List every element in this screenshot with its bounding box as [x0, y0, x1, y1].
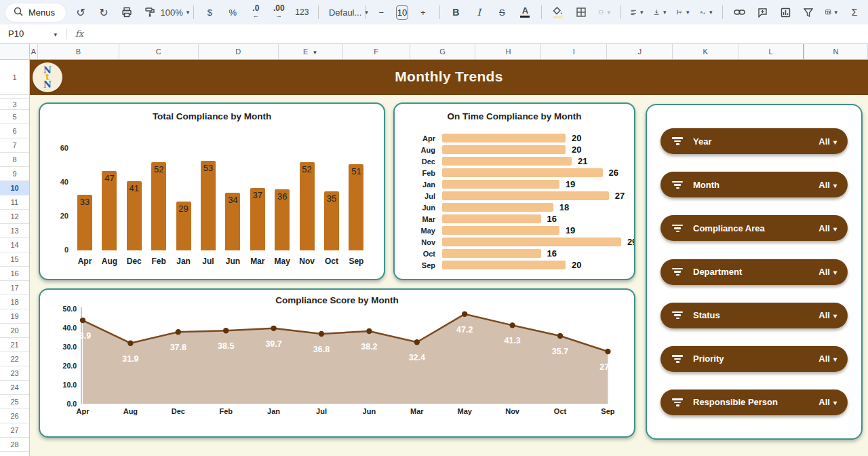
column-header-K[interactable]: K: [673, 44, 738, 59]
text-rotation-button[interactable]: A: [698, 3, 714, 21]
row-header-7[interactable]: 7: [0, 138, 29, 153]
column-filter-icon[interactable]: [312, 48, 317, 56]
column-header-A[interactable]: A: [30, 44, 38, 59]
column-header-F[interactable]: F: [343, 44, 410, 59]
x-axis-label: Oct: [554, 407, 567, 415]
sheet-canvas[interactable]: N t N Monthly Trends Total Compliance by…: [30, 60, 868, 456]
filter-pill-priority[interactable]: PriorityAll: [660, 346, 848, 372]
fill-color-button[interactable]: [550, 3, 566, 21]
zoom-select[interactable]: 100%: [165, 3, 185, 21]
font-size-input[interactable]: 10: [396, 5, 408, 20]
row-header-21[interactable]: 21: [0, 338, 29, 352]
decrease-font-size-button[interactable]: −: [373, 3, 389, 21]
category-label: Oct: [403, 250, 442, 258]
paint-format-icon[interactable]: [142, 3, 158, 21]
data-point-May: [462, 311, 467, 317]
more-formats-button[interactable]: 123: [294, 3, 310, 21]
insert-comment-button[interactable]: [754, 3, 770, 21]
increase-decimal-button[interactable]: .00→: [271, 3, 287, 21]
insert-chart-button[interactable]: [777, 3, 793, 21]
row-header-18[interactable]: 18: [0, 295, 29, 309]
name-box[interactable]: P10: [0, 28, 62, 39]
horizontal-align-button[interactable]: [629, 3, 645, 21]
chart-total-compliance[interactable]: Total Compliance by Month 020406033Apr47…: [39, 102, 385, 280]
toolbar-divider: [318, 5, 319, 19]
row-header-10[interactable]: 10: [0, 181, 29, 195]
vertical-align-button[interactable]: [652, 3, 668, 21]
percent-format-button[interactable]: %: [224, 3, 241, 21]
borders-button[interactable]: [573, 3, 589, 21]
column-header-D[interactable]: D: [199, 44, 279, 59]
filter-views-button[interactable]: [823, 3, 840, 21]
italic-button[interactable]: I: [471, 3, 487, 21]
column-header-B[interactable]: B: [38, 44, 119, 59]
row-header-13[interactable]: 13: [0, 224, 29, 238]
column-header-G[interactable]: G: [410, 44, 476, 59]
row-header-12[interactable]: 12: [0, 210, 29, 224]
increase-font-size-button[interactable]: +: [415, 3, 431, 21]
row-header-20[interactable]: 20: [0, 324, 29, 338]
bar-value-label: 26: [609, 168, 618, 178]
bar-Sep: [349, 164, 363, 251]
toolbar-divider: [365, 5, 366, 19]
print-icon[interactable]: [119, 3, 135, 21]
row-header-9[interactable]: 9: [0, 167, 29, 181]
column-header-J[interactable]: J: [607, 44, 673, 59]
row-header-19[interactable]: 19: [0, 309, 29, 324]
filter-pill-month[interactable]: MonthAll: [660, 172, 848, 197]
strikethrough-button[interactable]: S: [494, 3, 510, 21]
currency-format-button[interactable]: $: [201, 3, 218, 21]
bold-button[interactable]: B: [448, 3, 464, 21]
row-header-28[interactable]: 28: [0, 438, 29, 452]
hbar-row-Jul: Jul27: [403, 191, 634, 200]
column-header-L[interactable]: L: [738, 44, 804, 59]
decrease-decimal-button[interactable]: .0←: [248, 3, 264, 21]
select-all-corner[interactable]: [0, 43, 30, 60]
row-header-22[interactable]: 22: [0, 352, 29, 366]
row-header-8[interactable]: 8: [0, 153, 29, 167]
row-header-25[interactable]: 25: [0, 395, 29, 409]
redo-button[interactable]: ↻: [96, 3, 112, 21]
filter-pill-year[interactable]: YearAll: [660, 128, 848, 154]
column-header-E[interactable]: E: [279, 44, 343, 59]
row-header-15[interactable]: 15: [0, 252, 29, 267]
row-header-23[interactable]: 23: [0, 366, 29, 381]
row-header-27[interactable]: 27: [0, 423, 29, 438]
row-header-17[interactable]: 17: [0, 281, 29, 295]
menus-search[interactable]: Menus: [5, 3, 66, 22]
row-header-11[interactable]: 11: [0, 195, 29, 210]
filter-pill-compliance-area[interactable]: Compliance AreaAll: [660, 215, 848, 241]
filter-pill-status[interactable]: StatusAll: [660, 303, 848, 328]
x-axis-label: Sep: [344, 256, 368, 266]
column-header-H[interactable]: H: [475, 44, 541, 59]
bar-value-label: 35: [321, 193, 342, 204]
text-color-button[interactable]: A: [517, 3, 533, 21]
column-header-N[interactable]: N: [804, 44, 868, 59]
point-value-label: 41.3: [504, 336, 520, 345]
row-header-24[interactable]: 24: [0, 381, 29, 395]
column-header-C[interactable]: C: [119, 44, 199, 59]
undo-button[interactable]: ↺: [73, 3, 89, 21]
bar-value-label: 52: [297, 164, 317, 174]
row-header-14[interactable]: 14: [0, 238, 29, 252]
row-header-5[interactable]: 5: [0, 110, 29, 124]
text-wrap-button[interactable]: [675, 3, 691, 21]
row-header-1[interactable]: 1: [0, 60, 29, 95]
filter-pill-responsible-person[interactable]: Responsible PersonAll: [660, 390, 848, 415]
column-header-I[interactable]: I: [541, 44, 607, 59]
row-header-3[interactable]: 3: [0, 99, 29, 110]
row-header-6[interactable]: 6: [0, 124, 29, 138]
row-header-16[interactable]: 16: [0, 267, 29, 281]
row-header-29[interactable]: 29: [0, 452, 29, 456]
functions-button[interactable]: Σ: [846, 3, 863, 21]
data-point-Sep: [605, 349, 610, 354]
font-select[interactable]: Defaul...: [327, 3, 357, 21]
chart-compliance-score[interactable]: Compliance Score by Month 0.010.020.030.…: [39, 288, 635, 438]
filter-pill-department[interactable]: DepartmentAll: [660, 259, 848, 285]
create-filter-button[interactable]: [800, 3, 816, 21]
row-header-26[interactable]: 26: [0, 409, 29, 423]
insert-link-button[interactable]: [731, 3, 747, 21]
chart-ontime-compliance[interactable]: On Time Compliance by Month Apr20Aug20De…: [393, 102, 635, 280]
filter-lines-icon: [671, 398, 684, 406]
point-value-label: 38.5: [218, 341, 234, 351]
